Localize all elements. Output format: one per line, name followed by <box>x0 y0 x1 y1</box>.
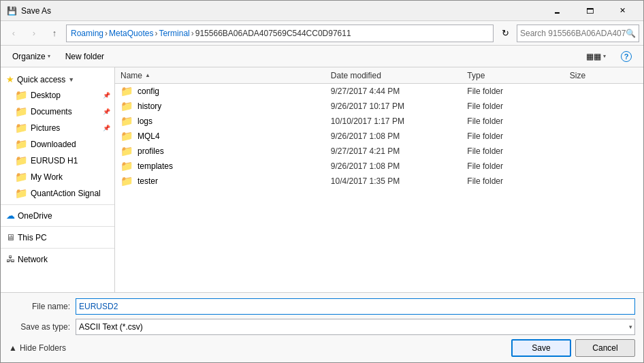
sidebar-item-documents[interactable]: 📁 Documents 📌 <box>1 104 114 120</box>
help-button[interactable]: ? <box>615 48 638 65</box>
action-row: ▲ Hide Folders Save Cancel <box>9 339 635 357</box>
file-list: 📁 config 9/27/2017 4:44 PM File folder 📁… <box>115 84 643 292</box>
table-row[interactable]: 📁 history 9/26/2017 10:17 PM File folder <box>115 99 643 114</box>
back-button[interactable]: ‹ <box>5 25 22 42</box>
sidebar-item-downloaded[interactable]: 📁 Downloaded <box>1 136 114 153</box>
save-button[interactable]: Save <box>511 339 571 357</box>
breadcrumb-roaming[interactable]: Roaming <box>71 29 103 38</box>
quick-access-label: Quick access <box>17 75 65 84</box>
hide-folders-chevron: ▲ <box>9 343 17 353</box>
file-cell-type: File folder <box>467 131 569 141</box>
savetype-select[interactable]: ASCII Text (*.csv)CSV (Comma delimited) … <box>76 319 635 335</box>
documents-folder-icon: 📁 <box>16 106 27 117</box>
up-button[interactable]: ↑ <box>46 25 63 42</box>
sidebar-item-label-quantaction: QuantAction Signal <box>31 189 101 198</box>
breadcrumb-current: 915566BA06ADA407569C544CC0D97611 <box>195 29 351 38</box>
onedrive-item[interactable]: ☁ OneDrive <box>1 208 114 223</box>
col-date-header[interactable]: Date modified <box>325 71 468 80</box>
file-cell-name: 📁 MQL4 <box>120 130 325 142</box>
sidebar-item-label-mywork: My Work <box>31 172 63 182</box>
filename-label: File name: <box>9 302 70 311</box>
bottom-panel: File name: Save as type: ASCII Text (*.c… <box>1 292 643 362</box>
breadcrumb-terminal[interactable]: Terminal <box>159 29 189 38</box>
new-folder-button[interactable]: New folder <box>59 48 110 65</box>
file-name: config <box>138 86 159 96</box>
folder-icon: 📁 <box>120 175 133 187</box>
table-row[interactable]: 📁 tester 10/4/2017 1:35 PM File folder <box>115 174 643 189</box>
col-type-header[interactable]: Type <box>467 71 569 80</box>
name-sort-chevron: ▲ <box>145 72 150 78</box>
filename-input[interactable] <box>76 298 635 315</box>
hide-folders-button[interactable]: ▲ Hide Folders <box>9 343 507 353</box>
savetype-select-wrapper: ASCII Text (*.csv)CSV (Comma delimited) … <box>76 319 635 335</box>
file-cell-name: 📁 logs <box>120 115 325 127</box>
quick-access-header[interactable]: ★ Quick access ▼ <box>1 72 114 87</box>
file-name: MQL4 <box>138 131 160 141</box>
folder-icon: 📁 <box>120 160 133 172</box>
cancel-button[interactable]: Cancel <box>575 339 635 357</box>
sidebar-item-label-pictures: Pictures <box>31 123 60 133</box>
file-cell-name: 📁 templates <box>120 160 325 172</box>
file-list-header: Name ▲ Date modified Type Size <box>115 67 643 84</box>
file-cell-name: 📁 history <box>120 100 325 112</box>
view-chevron: ▾ <box>603 53 606 59</box>
dialog-title: Save As <box>21 6 541 16</box>
file-cell-date: 9/26/2017 1:08 PM <box>325 131 468 141</box>
save-as-dialog: 💾 Save As 🗕 🗖 ✕ ‹ › ↑ Roaming › MetaQuot… <box>0 0 644 363</box>
breadcrumb-metaquotes[interactable]: MetaQuotes <box>109 29 153 38</box>
breadcrumb[interactable]: Roaming › MetaQuotes › Terminal › 915566… <box>66 25 494 42</box>
table-row[interactable]: 📁 logs 10/10/2017 1:17 PM File folder <box>115 114 643 129</box>
file-cell-name: 📁 profiles <box>120 145 325 157</box>
desktop-pin-icon: 📌 <box>103 92 110 99</box>
search-icon: 🔍 <box>626 29 636 38</box>
help-icon: ? <box>621 51 632 62</box>
save-label: Save <box>532 343 550 353</box>
pictures-pin-icon: 📌 <box>103 125 110 131</box>
pictures-folder-icon: 📁 <box>16 123 27 133</box>
organize-button[interactable]: Organize ▾ <box>6 48 57 65</box>
search-input[interactable] <box>520 29 626 38</box>
sidebar-item-label-downloaded: Downloaded <box>31 140 76 149</box>
thispc-label: This PC <box>18 233 47 242</box>
folder-icon: 📁 <box>120 100 133 112</box>
documents-pin-icon: 📌 <box>103 108 110 115</box>
col-size-header[interactable]: Size <box>570 71 638 80</box>
file-name: templates <box>138 161 173 171</box>
maximize-button[interactable]: 🗖 <box>574 1 605 21</box>
sidebar-divider-1 <box>1 204 114 205</box>
address-bar: ‹ › ↑ Roaming › MetaQuotes › Terminal › … <box>1 21 643 46</box>
network-item[interactable]: 🖧 Network <box>1 251 114 267</box>
sidebar-item-eurusd[interactable]: 📁 EURUSD H1 <box>1 153 114 169</box>
minimize-button[interactable]: 🗕 <box>541 1 573 21</box>
view-toggle-button[interactable]: ▦▦ ▾ <box>580 48 612 65</box>
cancel-label: Cancel <box>592 343 617 353</box>
view-icon: ▦▦ <box>586 52 601 61</box>
title-bar: 💾 Save As 🗕 🗖 ✕ <box>1 1 643 21</box>
sidebar-item-desktop[interactable]: 📁 Desktop 📌 <box>1 87 114 104</box>
col-name-header[interactable]: Name ▲ <box>120 71 325 80</box>
sidebar-divider-3 <box>1 248 114 249</box>
sidebar-divider-2 <box>1 226 114 227</box>
sidebar-item-pictures[interactable]: 📁 Pictures 📌 <box>1 120 114 136</box>
network-icon: 🖧 <box>6 254 15 264</box>
main-content: ★ Quick access ▼ 📁 Desktop 📌 📁 Documents… <box>1 67 643 292</box>
desktop-folder-icon: 📁 <box>16 90 27 101</box>
search-box[interactable]: 🔍 <box>517 25 639 42</box>
organize-label: Organize <box>12 52 46 61</box>
window-controls: 🗕 🗖 ✕ <box>541 1 638 21</box>
forward-button[interactable]: › <box>25 25 43 42</box>
thispc-icon: 🖥 <box>6 232 15 242</box>
sidebar-item-mywork[interactable]: 📁 My Work <box>1 169 114 185</box>
new-folder-label: New folder <box>65 52 104 61</box>
table-row[interactable]: 📁 profiles 9/27/2017 4:21 PM File folder <box>115 144 643 159</box>
refresh-button[interactable]: ↻ <box>496 25 514 42</box>
sidebar-item-quantaction[interactable]: 📁 QuantAction Signal <box>1 185 114 202</box>
hide-folders-label: Hide Folders <box>20 343 66 353</box>
sidebar: ★ Quick access ▼ 📁 Desktop 📌 📁 Documents… <box>1 67 115 292</box>
thispc-item[interactable]: 🖥 This PC <box>1 230 114 245</box>
table-row[interactable]: 📁 MQL4 9/26/2017 1:08 PM File folder <box>115 129 643 144</box>
file-cell-date: 10/10/2017 1:17 PM <box>325 116 468 126</box>
table-row[interactable]: 📁 config 9/27/2017 4:44 PM File folder <box>115 84 643 99</box>
table-row[interactable]: 📁 templates 9/26/2017 1:08 PM File folde… <box>115 159 643 174</box>
close-button[interactable]: ✕ <box>607 1 638 21</box>
